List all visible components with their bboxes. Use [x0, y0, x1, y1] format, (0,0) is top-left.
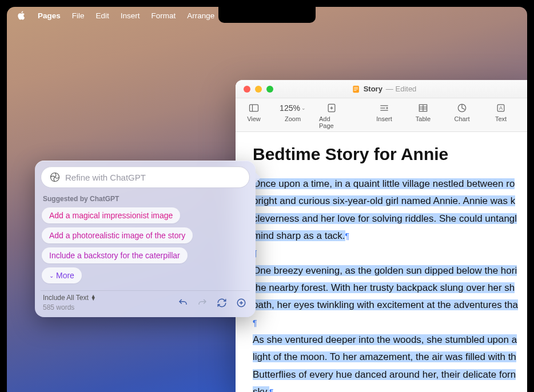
chevron-down-icon: ⌄ — [301, 105, 306, 111]
include-text-dropdown[interactable]: Include All Text ▲▼ — [43, 293, 96, 303]
refine-popover: Suggested by ChatGPT Add a magical impre… — [35, 161, 256, 317]
document-name: Story — [364, 85, 382, 93]
plus-square-icon — [326, 102, 337, 114]
apple-menu[interactable] — [17, 11, 26, 20]
close-button[interactable] — [244, 86, 250, 93]
menu-app[interactable]: Pages — [38, 11, 61, 20]
insert-icon — [378, 102, 390, 114]
toolbar-zoom-label: Zoom — [285, 115, 301, 122]
pilcrow-icon: ¶ — [253, 318, 257, 327]
refine-input[interactable] — [65, 173, 241, 182]
add-button[interactable] — [235, 297, 248, 309]
toolbar-add-page-label: Add Page — [319, 115, 344, 129]
document-icon — [352, 85, 360, 93]
toolbar-view[interactable]: View — [241, 102, 266, 122]
doc-text: One breezy evening, as the golden sun di… — [253, 265, 517, 276]
suggestion-chip[interactable]: Add a magical impressionist image — [42, 207, 180, 223]
sidebar-icon — [248, 102, 260, 114]
refresh-button[interactable] — [216, 297, 228, 309]
toolbar-table-label: Table — [416, 115, 431, 122]
doc-text: mind sharp as a tack. — [253, 230, 345, 241]
undo-button[interactable] — [177, 297, 189, 309]
zoom-button[interactable] — [266, 86, 273, 93]
menu-insert[interactable]: Insert — [121, 11, 140, 20]
refine-input-container[interactable] — [41, 166, 250, 188]
document-status: — Edited — [386, 85, 417, 93]
doc-text: As she ventured deeper into the woods, s… — [253, 334, 517, 345]
svg-rect-2 — [354, 89, 358, 89]
doc-text: cleverness and her love for solving ridd… — [253, 213, 517, 224]
svg-rect-4 — [250, 105, 258, 111]
suggestion-chip[interactable]: Add a photorealistic image of the story — [42, 227, 193, 243]
svg-rect-3 — [354, 90, 356, 90]
toolbar-table[interactable]: Table — [411, 102, 436, 122]
toolbar-insert[interactable]: Insert — [372, 102, 397, 122]
table-icon — [417, 102, 429, 114]
pages-window: Story — Edited View 125%⌄ Zoom Add Page … — [236, 80, 527, 392]
doc-text: Once upon a time, in a quaint little vil… — [253, 178, 515, 189]
doc-text: path, her eyes twinkling with excitement… — [253, 299, 518, 310]
suggested-by-label: Suggested by ChatGPT — [43, 195, 248, 203]
svg-rect-1 — [354, 87, 358, 87]
redo-button[interactable] — [196, 297, 209, 309]
chart-icon — [456, 102, 468, 114]
toolbar-text[interactable]: A Text — [488, 102, 513, 122]
text-icon: A — [495, 102, 507, 114]
document-title[interactable]: Story — Edited — [352, 85, 417, 93]
toolbar-text-label: Text — [495, 115, 507, 122]
pilcrow-icon: ¶ — [345, 231, 350, 241]
menu-edit[interactable]: Edit — [96, 11, 109, 20]
pilcrow-icon: ¶ — [269, 387, 274, 392]
chatgpt-icon — [49, 171, 61, 183]
toolbar-chart-label: Chart — [455, 115, 470, 122]
doc-text: light of the moon. To her amazement, the… — [253, 351, 516, 362]
doc-text: the nearby forest. With her trusty backp… — [253, 282, 515, 293]
doc-text: Butterflies of every hue danced around h… — [253, 369, 516, 380]
toolbar-zoom[interactable]: 125%⌄ Zoom — [280, 102, 305, 122]
suggestion-chip[interactable]: Include a backstory for the caterpillar — [42, 247, 188, 263]
document-heading: Bedtime Story for Annie — [253, 145, 527, 164]
word-count: 585 words — [43, 303, 96, 313]
doc-text: sky. — [253, 386, 269, 392]
menu-format[interactable]: Format — [152, 11, 176, 20]
toolbar: View 125%⌄ Zoom Add Page Insert Table C — [236, 98, 527, 132]
titlebar: Story — Edited — [236, 80, 527, 98]
minimize-button[interactable] — [255, 86, 262, 93]
toolbar-view-label: View — [247, 115, 261, 122]
chevron-down-icon: ⌄ — [49, 273, 54, 279]
menu-file[interactable]: File — [72, 11, 85, 20]
updown-icon: ▲▼ — [91, 295, 96, 301]
menu-arrange[interactable]: Arrange — [187, 11, 214, 20]
toolbar-chart[interactable]: Chart — [449, 102, 475, 122]
document-body[interactable]: Bedtime Story for Annie Once upon a time… — [236, 132, 527, 392]
toolbar-insert-label: Insert — [376, 115, 392, 122]
more-label: More — [56, 271, 74, 280]
include-label: Include All Text — [43, 293, 89, 303]
doc-text: bright and curious six-year-old girl nam… — [253, 195, 515, 206]
toolbar-add-page[interactable]: Add Page — [319, 102, 344, 129]
svg-text:A: A — [499, 105, 503, 111]
zoom-value: 125% — [280, 103, 300, 113]
more-suggestions-button[interactable]: ⌄More — [42, 267, 82, 283]
